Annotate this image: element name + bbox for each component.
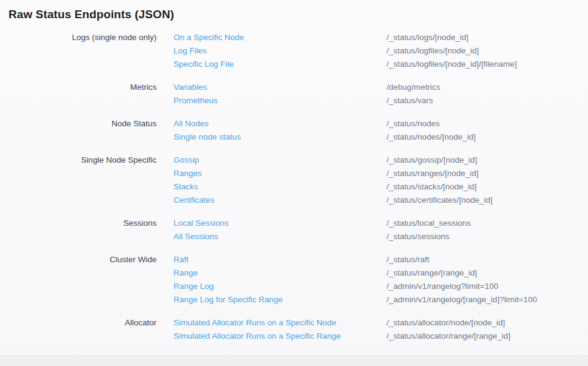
endpoint-path: /_status/vars <box>387 94 433 107</box>
endpoint-path: /_status/stacks/[node_id] <box>387 180 477 194</box>
endpoint-category-label: Metrics <box>8 81 157 94</box>
endpoint-row: Gossip /_status/gossip/[node_id] <box>174 154 493 167</box>
endpoint-row: Log Files /_status/logfiles/[node_id] <box>174 44 517 58</box>
endpoint-path: /_status/gossip/[node_id] <box>387 154 477 167</box>
endpoint-row: Specific Log File /_status/logfiles/[nod… <box>174 58 517 71</box>
endpoint-row: Certificates /_status/certificates/[node… <box>174 194 493 207</box>
endpoint-link[interactable]: Raft <box>174 253 387 266</box>
endpoint-path: /_status/local_sessions <box>387 217 471 230</box>
endpoint-entries: All Nodes /_status/nodes Single node sta… <box>174 117 476 144</box>
endpoint-entries: Gossip /_status/gossip/[node_id] Ranges … <box>174 154 493 207</box>
content-area: Raw Status Endpoints (JSON) Logs (single… <box>0 0 588 355</box>
endpoint-groups: Logs (single node only) On a Specific No… <box>8 31 588 343</box>
endpoint-link[interactable]: Simulated Allocator Runs on a Specific N… <box>174 316 387 330</box>
endpoint-row: Variables /debug/metrics <box>174 81 441 94</box>
endpoint-path: /_admin/v1/rangelog?limit=100 <box>387 280 498 293</box>
endpoint-entries: Variables /debug/metrics Prometheus /_st… <box>174 81 441 107</box>
raw-status-endpoints-page: Raw Status Endpoints (JSON) Logs (single… <box>0 0 588 366</box>
endpoint-link[interactable]: All Sessions <box>174 230 387 243</box>
endpoint-category-label: Allocator <box>8 316 157 330</box>
endpoint-link[interactable]: Simulated Allocator Runs on a Specific R… <box>174 330 387 343</box>
endpoint-group: Metrics Variables /debug/metrics Prometh… <box>8 81 588 107</box>
endpoint-row: Range Log for Specific Range /_admin/v1/… <box>174 293 537 307</box>
endpoint-category-label: Node Status <box>8 117 157 130</box>
endpoint-path: /debug/metrics <box>387 81 441 94</box>
endpoint-entries: Raft /_status/raft Range /_status/range/… <box>174 253 537 307</box>
endpoint-group: Sessions Local Sessions /_status/local_s… <box>8 217 588 243</box>
endpoint-path: /_admin/v1/rangelog/[range_id]?limit=100 <box>387 293 537 307</box>
endpoint-row: Ranges /_status/ranges/[node_id] <box>174 167 493 180</box>
endpoint-category-label: Logs (single node only) <box>8 31 157 44</box>
endpoint-link[interactable]: Variables <box>174 81 387 94</box>
endpoint-row: Simulated Allocator Runs on a Specific R… <box>174 330 510 343</box>
endpoint-row: Single node status /_status/nodes/[node_… <box>174 130 476 144</box>
endpoint-path: /_status/ranges/[node_id] <box>387 167 479 180</box>
endpoint-path: /_status/allocator/node/[node_id] <box>387 316 505 330</box>
endpoint-category-label: Single Node Specific <box>8 154 157 167</box>
endpoint-path: /_status/nodes/[node_id] <box>387 130 476 144</box>
endpoint-link[interactable]: Ranges <box>174 167 387 180</box>
endpoint-link[interactable]: Log Files <box>174 44 387 58</box>
endpoint-link[interactable]: Range Log <box>174 280 387 293</box>
endpoint-group: Single Node Specific Gossip /_status/gos… <box>8 154 588 207</box>
endpoint-row: Stacks /_status/stacks/[node_id] <box>174 180 493 194</box>
endpoint-row: Prometheus /_status/vars <box>174 94 441 107</box>
endpoint-link[interactable]: On a Specific Node <box>174 31 387 44</box>
endpoint-row: Range /_status/range/[range_id] <box>174 266 537 280</box>
endpoint-row: Range Log /_admin/v1/rangelog?limit=100 <box>174 280 537 293</box>
endpoint-group: Allocator Simulated Allocator Runs on a … <box>8 316 588 343</box>
endpoint-entries: On a Specific Node /_status/logs/[node_i… <box>174 31 517 71</box>
endpoint-link[interactable]: Range <box>174 266 387 280</box>
endpoint-path: /_status/logfiles/[node_id]/[filename] <box>387 58 517 71</box>
endpoint-link[interactable]: Local Sessions <box>174 217 387 230</box>
endpoint-path: /_status/certificates/[node_id] <box>387 194 493 207</box>
endpoint-path: /_status/nodes <box>387 117 440 130</box>
endpoint-entries: Simulated Allocator Runs on a Specific N… <box>174 316 510 343</box>
endpoint-category-label: Sessions <box>8 217 157 230</box>
endpoint-path: /_status/raft <box>387 253 430 266</box>
endpoint-link[interactable]: Single node status <box>174 130 387 144</box>
endpoint-row: All Nodes /_status/nodes <box>174 117 476 130</box>
endpoint-path: /_status/logfiles/[node_id] <box>387 44 479 58</box>
endpoint-link[interactable]: Certificates <box>174 194 387 207</box>
endpoint-group: Logs (single node only) On a Specific No… <box>8 31 588 71</box>
endpoint-link[interactable]: Specific Log File <box>174 58 387 71</box>
endpoint-link[interactable]: Gossip <box>174 154 387 167</box>
endpoint-entries: Local Sessions /_status/local_sessions A… <box>174 217 471 243</box>
endpoint-group: Cluster Wide Raft /_status/raft Range /_… <box>8 253 588 307</box>
endpoint-group: Node Status All Nodes /_status/nodes Sin… <box>8 117 588 144</box>
endpoint-path: /_status/allocator/range/[range_id] <box>387 330 510 343</box>
endpoint-path: /_status/range/[range_id] <box>387 266 477 280</box>
endpoint-row: All Sessions /_status/sessions <box>174 230 471 243</box>
endpoint-row: Simulated Allocator Runs on a Specific N… <box>174 316 510 330</box>
endpoint-row: Raft /_status/raft <box>174 253 537 266</box>
endpoint-row: Local Sessions /_status/local_sessions <box>174 217 471 230</box>
page-title: Raw Status Endpoints (JSON) <box>8 8 588 21</box>
endpoint-path: /_status/sessions <box>387 230 450 243</box>
endpoint-link[interactable]: Stacks <box>174 180 387 194</box>
endpoint-link[interactable]: Prometheus <box>174 94 387 107</box>
endpoint-row: On a Specific Node /_status/logs/[node_i… <box>174 31 517 44</box>
endpoint-link[interactable]: All Nodes <box>174 117 387 130</box>
endpoint-path: /_status/logs/[node_id] <box>387 31 468 44</box>
endpoint-category-label: Cluster Wide <box>8 253 157 266</box>
page-bottom-background <box>0 355 588 366</box>
endpoint-link[interactable]: Range Log for Specific Range <box>174 293 387 307</box>
